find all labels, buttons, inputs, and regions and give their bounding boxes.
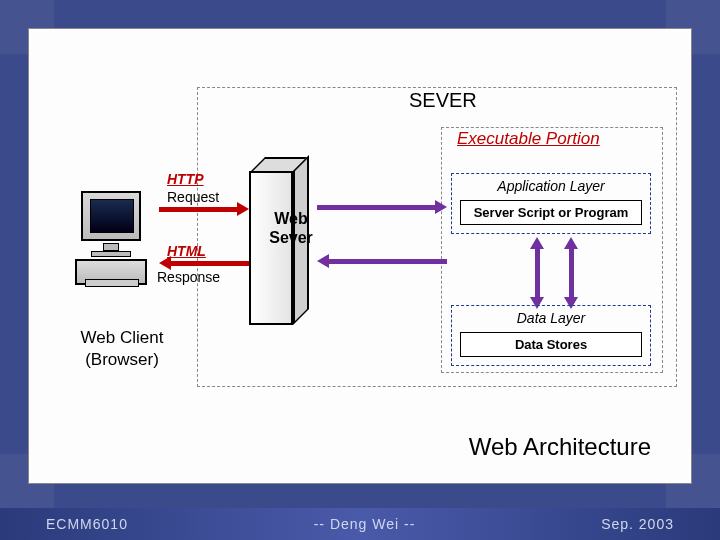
client-computer-icon xyxy=(75,191,151,287)
client-label-line2: (Browser) xyxy=(85,350,159,369)
request-label: Request xyxy=(167,189,219,205)
application-layer-title: Application Layer xyxy=(452,178,650,194)
web-server-line1: Web xyxy=(274,210,307,227)
client-label-line1: Web Client xyxy=(81,328,164,347)
application-layer-box: Application Layer Server Script or Progr… xyxy=(451,173,651,234)
footer-date: Sep. 2003 xyxy=(601,516,674,532)
app-data-connector-1 xyxy=(535,247,540,299)
web-server-line2: Sever xyxy=(269,229,313,246)
response-label: Response xyxy=(157,269,220,285)
footer-author: -- Deng Wei -- xyxy=(314,516,416,532)
footer-bar: ECMM6010 -- Deng Wei -- Sep. 2003 xyxy=(0,508,720,540)
html-label: HTML xyxy=(167,243,206,259)
sever-region-label: SEVER xyxy=(409,89,477,112)
executable-portion-label: Executable Portion xyxy=(457,129,600,149)
app-data-connector-2 xyxy=(569,247,574,299)
footer-course: ECMM6010 xyxy=(46,516,128,532)
data-stores-box: Data Stores xyxy=(460,332,642,357)
diagram-title: Web Architecture xyxy=(469,433,651,461)
data-layer-title: Data Layer xyxy=(452,310,650,326)
client-label: Web Client (Browser) xyxy=(67,327,177,371)
server-script-box: Server Script or Program xyxy=(460,200,642,225)
data-layer-box: Data Layer Data Stores xyxy=(451,305,651,366)
web-server-label: Web Sever xyxy=(261,209,321,247)
http-label: HTTP xyxy=(167,171,204,187)
slide-canvas: SEVER Executable Portion Web Client (Bro… xyxy=(28,28,692,484)
